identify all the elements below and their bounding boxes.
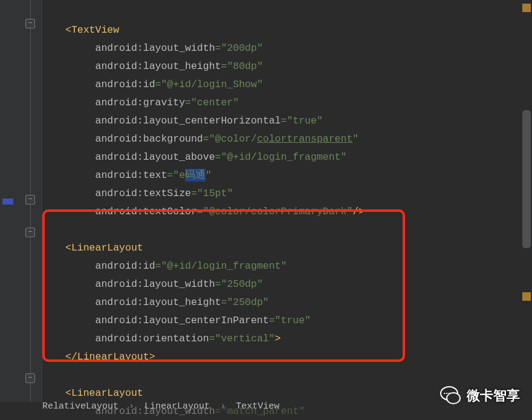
fold-marker-icon[interactable]: −: [25, 228, 35, 237]
selection: 码通: [185, 169, 206, 182]
code-line[interactable]: <TextView: [42, 21, 532, 39]
breadcrumb-item[interactable]: LinearLayout: [144, 401, 210, 412]
warning-marker-icon[interactable]: [522, 292, 531, 301]
chevron-right-icon: ›: [124, 401, 139, 412]
code-line[interactable]: android:background="@color/colortranspar…: [42, 130, 532, 148]
code-area[interactable]: <TextView android:layout_width="200dp" a…: [42, 0, 532, 402]
code-line[interactable]: android:layout_height="250dp": [42, 294, 532, 312]
code-line[interactable]: android:textColor="@color/colorPrimaryDa…: [42, 203, 532, 221]
code-line[interactable]: [42, 3, 532, 21]
editor-root: − − − − <TextView android:layout_width="…: [0, 0, 532, 420]
code-line[interactable]: android:layout_centerInParent="true": [42, 312, 532, 330]
breadcrumb-item[interactable]: RelativeLayout: [42, 401, 118, 412]
code-line[interactable]: android:textSize="15pt": [42, 185, 532, 203]
chevron-right-icon: ›: [215, 401, 230, 412]
wechat-icon: •••: [438, 384, 462, 408]
watermark-label: 微卡智享: [467, 387, 520, 405]
code-line[interactable]: [42, 221, 532, 239]
code-line[interactable]: android:layout_width="200dp": [42, 39, 532, 57]
scrollbar-thumb[interactable]: [522, 110, 531, 248]
code-line[interactable]: android:text="e码通": [42, 166, 532, 185]
fold-marker-icon[interactable]: −: [25, 195, 35, 205]
fold-marker-icon[interactable]: −: [25, 373, 35, 383]
bookmark-icon[interactable]: [2, 199, 13, 205]
code-line[interactable]: android:layout_height="80dp": [42, 57, 532, 76]
code-line[interactable]: android:layout_above="@+id/login_fragmen…: [42, 148, 532, 166]
fold-marker-icon[interactable]: −: [25, 19, 35, 28]
code-line[interactable]: android:gravity="center": [42, 94, 532, 112]
code-line[interactable]: android:id="@+id/login_Show": [42, 76, 532, 94]
code-line[interactable]: android:layout_centerHorizontal="true": [42, 112, 532, 130]
code-line[interactable]: android:layout_width="250dp": [42, 275, 532, 294]
warning-marker-icon[interactable]: [522, 4, 531, 12]
code-line[interactable]: <LinearLayout: [42, 239, 532, 257]
code-line[interactable]: </LinearLayout>: [42, 348, 532, 366]
error-stripe: [520, 0, 532, 402]
code-line[interactable]: [42, 366, 532, 384]
breadcrumb-item[interactable]: TextView: [236, 401, 279, 412]
breadcrumb[interactable]: RelativeLayout › LinearLayout › TextView: [42, 398, 279, 415]
code-line[interactable]: android:orientation="vertical">: [42, 330, 532, 348]
code-line[interactable]: android:id="@+id/login_fragment": [42, 257, 532, 275]
watermark-logo: ••• 微卡智享: [438, 384, 520, 408]
gutter: − − − −: [0, 0, 42, 402]
